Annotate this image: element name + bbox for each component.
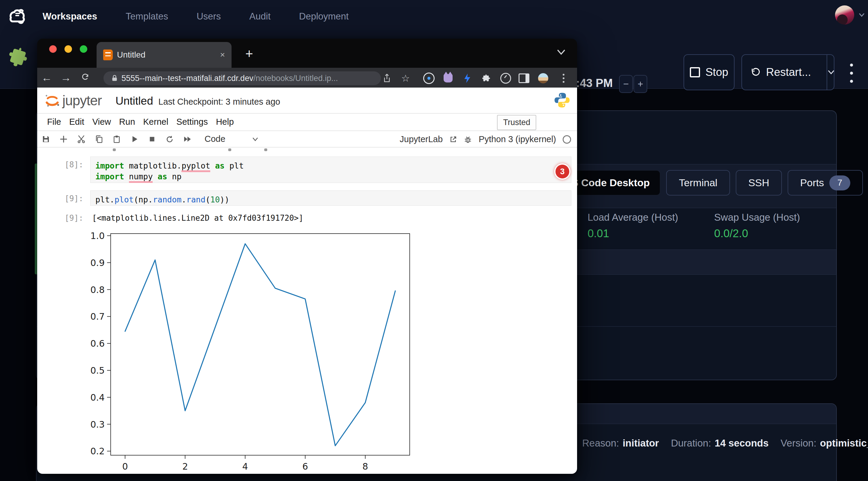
stat-swap-usage-host-: Swap Usage (Host)0.0/2.0	[714, 212, 800, 240]
code-cell-8[interactable]: import matplotlib.pyplot as pltimport nu…	[90, 157, 571, 183]
browser-tab[interactable]: Untitled ×	[97, 42, 231, 68]
svg-text:0: 0	[122, 461, 128, 472]
workspace-menu-kebab[interactable]	[849, 64, 854, 83]
tab-close-icon[interactable]: ×	[220, 50, 225, 60]
app-label: Terminal	[679, 177, 717, 189]
extension-github-cat-icon[interactable]	[442, 72, 454, 84]
nav-item-workspaces[interactable]: Workspaces	[42, 11, 97, 22]
share-icon	[383, 73, 391, 83]
run-cell-button[interactable]	[130, 134, 139, 144]
extension-gauge-icon[interactable]	[500, 72, 512, 84]
stat-label: Load Average (Host)	[588, 212, 678, 223]
extension-bolt-icon[interactable]	[462, 72, 473, 84]
stop-button[interactable]: Stop	[684, 54, 735, 90]
reload-icon	[81, 72, 90, 81]
address-bar[interactable]: 5555--main--test--matifali.atif.cdr.dev/…	[103, 71, 381, 85]
kernel-status-icon	[563, 135, 571, 143]
restart-button[interactable]: Restart...	[741, 54, 834, 90]
cut-cell-button[interactable]	[76, 134, 86, 144]
app-button-terminal[interactable]: Terminal	[666, 170, 730, 195]
add-cell-button[interactable]	[59, 134, 68, 144]
star-icon: ☆	[401, 72, 410, 84]
menu-settings[interactable]: Settings	[176, 117, 208, 127]
python-logo-icon	[554, 91, 570, 109]
tab-title: Untitled	[117, 50, 220, 60]
jupyter-logo-icon	[44, 92, 61, 108]
extension-1password-icon[interactable]	[423, 72, 435, 84]
menu-edit[interactable]: Edit	[69, 117, 84, 127]
zoom-in-button[interactable]: +	[633, 75, 647, 93]
restart-icon	[751, 67, 761, 77]
cell-type-select[interactable]: Code	[205, 134, 225, 144]
back-button[interactable]: ←	[37, 71, 56, 84]
output-prompt: [9]:	[37, 214, 83, 223]
trusted-label: Trusted	[503, 118, 530, 127]
cell-8-code: import matplotlib.pyplot as pltimport nu…	[95, 160, 566, 182]
forward-button[interactable]: →	[56, 71, 75, 84]
side-panel-icon[interactable]	[518, 72, 530, 84]
menu-file[interactable]: File	[47, 117, 61, 127]
zoom-out-button[interactable]: −	[619, 75, 633, 93]
kernel-name[interactable]: Python 3 (ipykernel)	[479, 134, 556, 144]
browser-menu-kebab[interactable]	[558, 72, 569, 84]
close-window-button[interactable]	[49, 45, 57, 53]
svg-text:6: 6	[302, 461, 308, 472]
cell-type-chevron-icon[interactable]	[251, 135, 259, 143]
lightning-icon	[463, 73, 471, 83]
checkpoint-text: Last Checkpoint: 3 minutes ago	[158, 97, 280, 107]
external-link-icon[interactable]	[449, 135, 457, 143]
notebook-title[interactable]: Untitled	[116, 95, 153, 107]
app-button-ports[interactable]: Ports7	[787, 170, 863, 195]
browser-profile-avatar[interactable]	[537, 72, 549, 84]
restart-run-all-button[interactable]	[183, 134, 192, 144]
menu-view[interactable]: View	[92, 117, 111, 127]
cell-prompt: [8]:	[37, 160, 83, 169]
fullscreen-window-button[interactable]	[80, 45, 87, 53]
chart-svg: 0.20.30.40.50.60.70.80.91.002468	[90, 228, 435, 474]
jupyterlab-link[interactable]: JupyterLab	[400, 134, 443, 144]
share-button[interactable]	[380, 71, 394, 85]
nav-items: WorkspacesTemplatesUsersAuditDeployment	[42, 0, 348, 33]
info-value: 14 seconds	[715, 438, 769, 449]
trusted-button[interactable]: Trusted	[497, 115, 536, 130]
matplotlib-figure: 0.20.30.40.50.60.70.80.91.002468	[90, 228, 435, 474]
nav-item-users[interactable]: Users	[196, 11, 221, 22]
debugger-bug-icon[interactable]	[464, 135, 472, 143]
restart-main[interactable]: Restart...	[741, 55, 821, 90]
app-button-ssh[interactable]: SSH	[736, 170, 782, 195]
toolbar-right: JupyterLab Python 3 (ipykernel)	[400, 131, 571, 148]
zoom-out-label: −	[623, 78, 629, 90]
user-chip[interactable]	[835, 0, 865, 30]
jupyter-header: jupyter Untitled Last Checkpoint: 3 minu…	[37, 88, 577, 114]
coder-logo-icon[interactable]	[7, 7, 26, 26]
menu-run[interactable]: Run	[119, 117, 135, 127]
build-info-reason: Reason:initiator	[582, 438, 659, 449]
reload-button[interactable]	[75, 71, 95, 84]
extensions-puzzle-icon[interactable]	[481, 72, 492, 84]
svg-text:0.4: 0.4	[90, 392, 105, 403]
bookmark-button[interactable]: ☆	[399, 71, 412, 85]
interrupt-kernel-button[interactable]	[147, 134, 157, 144]
nav-item-templates[interactable]: Templates	[126, 11, 168, 22]
app-label: VS Code Desktop	[565, 177, 650, 189]
user-avatar[interactable]	[835, 5, 854, 25]
chevron-down-icon	[827, 68, 835, 76]
jupyter-menubar: FileEditViewRunKernelSettingsHelp	[37, 113, 577, 131]
menu-help[interactable]: Help	[216, 117, 234, 127]
ports-count-badge: 7	[829, 175, 850, 190]
new-tab-button[interactable]: +	[245, 47, 253, 60]
restart-kernel-button[interactable]	[165, 134, 175, 144]
app-label: Ports	[800, 177, 824, 189]
minimize-window-button[interactable]	[64, 45, 72, 53]
nav-item-audit[interactable]: Audit	[249, 11, 271, 22]
svg-text:0.3: 0.3	[90, 419, 105, 430]
nav-item-deployment[interactable]: Deployment	[299, 11, 348, 22]
clipped-cell-remnant	[113, 149, 116, 151]
copy-cell-button[interactable]	[94, 134, 104, 144]
menu-kernel[interactable]: Kernel	[143, 117, 168, 127]
code-cell-9[interactable]: plt.plot(np.random.rand(10))	[90, 190, 571, 206]
tab-search-chevron-icon[interactable]	[556, 47, 566, 57]
paste-cell-button[interactable]	[112, 134, 121, 144]
restart-dropdown[interactable]	[827, 55, 835, 90]
save-button[interactable]	[41, 134, 51, 144]
